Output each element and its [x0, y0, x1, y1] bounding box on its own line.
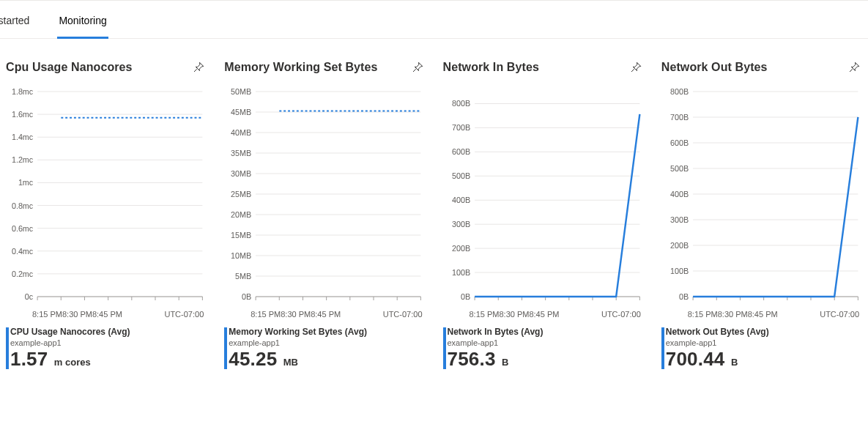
x-label: 8:45 PM	[92, 310, 122, 319]
svg-text:0.8mc: 0.8mc	[12, 201, 34, 209]
svg-text:0B: 0B	[679, 292, 689, 301]
metric-summary: Network Out Bytes (Avg) example-app1 700…	[661, 326, 862, 371]
metric-value: 45.25	[229, 348, 277, 370]
x-label: 8:30 PM	[718, 310, 748, 319]
x-label: 8:15 PM	[688, 310, 718, 319]
timezone-label: UTC-07:00	[383, 310, 423, 319]
svg-text:800B: 800B	[670, 87, 689, 96]
x-label: 8:45 PM	[529, 310, 559, 319]
metric-value: 700.44	[666, 348, 725, 370]
svg-text:20MB: 20MB	[231, 210, 251, 219]
svg-text:0c: 0c	[25, 292, 34, 301]
x-label: 8:30 PM	[281, 310, 311, 319]
svg-text:0B: 0B	[461, 292, 470, 301]
svg-text:1.4mc: 1.4mc	[12, 133, 34, 141]
svg-text:400B: 400B	[452, 196, 470, 204]
svg-text:15MB: 15MB	[231, 231, 251, 240]
x-label: 8:30 PM	[62, 310, 92, 319]
x-axis-labels: 8:15 PM 8:30 PM 8:45 PM UTC-07:00	[661, 307, 862, 319]
metric-resource: example-app1	[10, 338, 207, 348]
metric-summary: Memory Working Set Bytes (Avg) example-a…	[224, 326, 425, 371]
svg-text:0.2mc: 0.2mc	[12, 270, 34, 278]
x-label: 8:30 PM	[499, 310, 529, 319]
svg-text:600B: 600B	[452, 147, 470, 156]
metric-value: 1.57	[10, 348, 48, 370]
tab-label: Monitoring	[59, 15, 106, 26]
pin-icon[interactable]	[628, 59, 644, 75]
svg-text:300B: 300B	[670, 215, 689, 224]
svg-text:500B: 500B	[452, 171, 470, 180]
x-axis-labels: 8:15 PM 8:30 PM 8:45 PM UTC-07:00	[6, 307, 207, 319]
chart-net-in[interactable]: 0B100B200B300B400B500B600B700B800B	[443, 87, 644, 307]
x-label: 8:15 PM	[32, 310, 62, 319]
svg-text:10MB: 10MB	[231, 251, 251, 260]
svg-text:500B: 500B	[670, 164, 689, 173]
svg-text:700B: 700B	[452, 123, 470, 132]
svg-text:0B: 0B	[242, 292, 251, 301]
x-axis-labels: 8:15 PM 8:30 PM 8:45 PM UTC-07:00	[443, 307, 644, 319]
svg-text:25MB: 25MB	[231, 190, 251, 198]
x-label: 8:45 PM	[748, 310, 778, 319]
metric-unit: MB	[283, 357, 298, 368]
card-memory: Memory Working Set Bytes 0B5MB10MB15MB20…	[224, 59, 425, 371]
metric-value: 756.3	[448, 348, 496, 370]
svg-text:400B: 400B	[670, 190, 689, 198]
x-label: 8:15 PM	[470, 310, 500, 319]
metric-resource: example-app1	[448, 338, 644, 348]
svg-text:100B: 100B	[452, 268, 470, 277]
svg-text:40MB: 40MB	[231, 128, 251, 137]
timezone-label: UTC-07:00	[601, 310, 641, 319]
svg-text:1.8mc: 1.8mc	[12, 87, 34, 96]
tab-get-started[interactable]: et started	[0, 6, 41, 38]
card-title: Network In Bytes	[443, 61, 539, 74]
charts-grid: Cpu Usage Nanocores 0c0.2mc0.4mc0.6mc0.8…	[0, 39, 868, 371]
x-axis-labels: 8:15 PM 8:30 PM 8:45 PM UTC-07:00	[224, 307, 425, 319]
metric-resource: example-app1	[229, 338, 425, 348]
chart-cpu[interactable]: 0c0.2mc0.4mc0.6mc0.8mc1mc1.2mc1.4mc1.6mc…	[6, 87, 207, 307]
pin-icon[interactable]	[846, 59, 862, 75]
svg-text:1mc: 1mc	[18, 178, 34, 187]
metric-name: CPU Usage Nanocores (Avg)	[10, 326, 207, 338]
tab-monitoring[interactable]: Monitoring	[47, 6, 118, 38]
svg-text:1.2mc: 1.2mc	[12, 155, 34, 164]
card-title: Cpu Usage Nanocores	[6, 61, 133, 74]
card-network-out: Network Out Bytes 0B100B200B300B400B500B…	[661, 59, 862, 371]
card-title: Memory Working Set Bytes	[224, 61, 377, 74]
pin-icon[interactable]	[190, 59, 207, 75]
svg-text:200B: 200B	[670, 241, 689, 250]
metric-name: Network In Bytes (Avg)	[448, 326, 644, 338]
svg-text:35MB: 35MB	[231, 149, 251, 157]
svg-text:30MB: 30MB	[231, 169, 251, 178]
chart-net-out[interactable]: 0B100B200B300B400B500B600B700B800B	[661, 87, 862, 307]
svg-text:700B: 700B	[670, 113, 689, 122]
card-cpu-usage: Cpu Usage Nanocores 0c0.2mc0.4mc0.6mc0.8…	[6, 59, 207, 371]
timezone-label: UTC-07:00	[820, 310, 859, 319]
metric-unit: B	[731, 357, 738, 368]
metric-unit: m cores	[54, 357, 91, 368]
chart-memory[interactable]: 0B5MB10MB15MB20MB25MB30MB35MB40MB45MB50M…	[224, 87, 425, 307]
metric-name: Network Out Bytes (Avg)	[666, 326, 862, 338]
svg-text:800B: 800B	[452, 99, 470, 108]
svg-text:0.6mc: 0.6mc	[12, 224, 34, 233]
metric-resource: example-app1	[666, 338, 862, 348]
metric-summary: Network In Bytes (Avg) example-app1 756.…	[443, 326, 644, 371]
x-label: 8:15 PM	[251, 310, 281, 319]
svg-text:45MB: 45MB	[231, 108, 251, 116]
svg-text:50MB: 50MB	[231, 87, 251, 96]
tab-label: et started	[0, 15, 29, 26]
pin-icon[interactable]	[409, 59, 426, 75]
svg-text:100B: 100B	[670, 267, 689, 275]
tabs-bar: et started Monitoring	[0, 0, 868, 39]
timezone-label: UTC-07:00	[164, 310, 204, 319]
svg-text:1.6mc: 1.6mc	[12, 110, 34, 119]
x-label: 8:45 PM	[311, 310, 341, 319]
card-network-in: Network In Bytes 0B100B200B300B400B500B6…	[443, 59, 644, 371]
svg-text:200B: 200B	[452, 244, 470, 253]
svg-text:300B: 300B	[452, 220, 470, 229]
svg-text:0.4mc: 0.4mc	[12, 247, 34, 256]
card-title: Network Out Bytes	[661, 61, 768, 74]
metric-unit: B	[502, 357, 508, 368]
metric-name: Memory Working Set Bytes (Avg)	[229, 326, 425, 338]
metric-summary: CPU Usage Nanocores (Avg) example-app1 1…	[6, 326, 207, 371]
svg-text:5MB: 5MB	[235, 272, 251, 281]
